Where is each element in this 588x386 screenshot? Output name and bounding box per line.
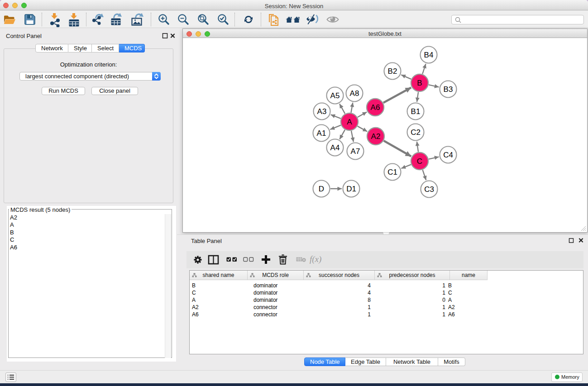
svg-text:A2: A2 <box>371 132 381 141</box>
svg-text:B: B <box>417 79 422 87</box>
svg-text:A8: A8 <box>350 89 359 98</box>
svg-text:B1: B1 <box>411 107 421 116</box>
svg-text:C1: C1 <box>387 168 397 176</box>
svg-text:D: D <box>319 185 324 193</box>
svg-text:A7: A7 <box>351 147 360 156</box>
svg-text:A1: A1 <box>317 129 326 138</box>
svg-text:B3: B3 <box>444 85 453 94</box>
svg-text:A5: A5 <box>330 91 340 100</box>
svg-text:B4: B4 <box>424 51 434 59</box>
svg-text:C3: C3 <box>424 185 434 194</box>
svg-text:A4: A4 <box>330 143 340 152</box>
svg-text:C: C <box>417 157 422 166</box>
svg-text:C2: C2 <box>411 128 421 137</box>
svg-text:A3: A3 <box>317 107 327 116</box>
svg-text:A: A <box>347 118 352 126</box>
svg-text:B2: B2 <box>388 67 397 76</box>
svg-text:C4: C4 <box>443 151 453 159</box>
svg-text:A6: A6 <box>371 103 380 112</box>
svg-text:D1: D1 <box>346 185 356 193</box>
